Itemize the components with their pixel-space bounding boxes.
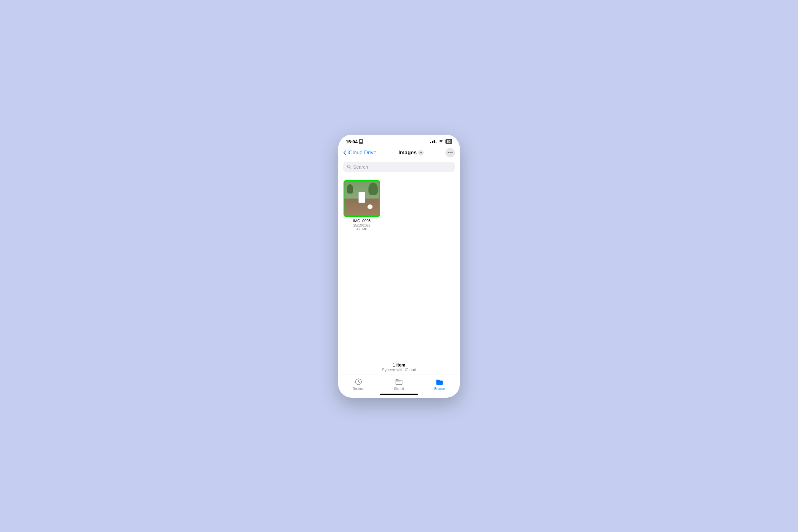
- home-indicator: [338, 392, 460, 398]
- file-grid: IMG_0095 25/10/2022 4.6 MB: [343, 180, 455, 231]
- tab-shared-label: Shared: [394, 387, 404, 391]
- svg-point-2: [448, 152, 449, 153]
- home-bar: [380, 394, 418, 395]
- svg-rect-0: [360, 140, 362, 142]
- recents-icon: [354, 377, 363, 386]
- search-container: Search: [338, 160, 460, 175]
- tab-shared[interactable]: Shared: [379, 377, 419, 391]
- navigation-bar: iCloud Drive Images: [338, 146, 460, 160]
- status-notification-icon: [359, 139, 363, 144]
- browse-icon: [435, 377, 444, 386]
- status-bar: 15:04 83: [338, 135, 460, 146]
- time-display: 15:04: [346, 139, 358, 144]
- svg-point-5: [347, 165, 350, 168]
- phone-frame: 15:04 83: [338, 135, 460, 398]
- file-item[interactable]: IMG_0095 25/10/2022 4.6 MB: [343, 180, 381, 231]
- file-size: 4.6 MB: [357, 227, 367, 231]
- more-options-button[interactable]: [445, 148, 455, 157]
- back-label: iCloud Drive: [347, 150, 377, 156]
- tab-bar: Recents Shared: [338, 375, 460, 392]
- battery-indicator: 83: [445, 139, 452, 144]
- search-placeholder: Search: [353, 164, 368, 170]
- shared-icon: [395, 377, 403, 386]
- status-right-icons: 83: [430, 139, 452, 144]
- content-area: IMG_0095 25/10/2022 4.6 MB: [338, 175, 460, 360]
- tab-recents-label: Recents: [353, 387, 364, 391]
- svg-point-4: [451, 152, 453, 153]
- tab-browse[interactable]: Browse: [419, 377, 460, 391]
- back-button[interactable]: iCloud Drive: [343, 150, 377, 156]
- footer-info: 1 item Synced with iCloud: [338, 360, 460, 375]
- svg-point-3: [450, 152, 451, 153]
- file-name: IMG_0095: [353, 219, 370, 223]
- item-count: 1 item: [393, 362, 405, 367]
- file-thumbnail-wrapper: [343, 180, 380, 217]
- search-icon: [347, 165, 351, 169]
- file-date: 25/10/2022: [353, 224, 370, 227]
- page-title: Images: [398, 150, 424, 156]
- file-thumbnail: [344, 181, 379, 216]
- title-text: Images: [398, 150, 417, 156]
- wifi-icon: [439, 140, 443, 144]
- chevron-down-icon[interactable]: [418, 150, 424, 155]
- status-time: 15:04: [346, 139, 363, 144]
- sync-status: Synced with iCloud: [382, 367, 416, 372]
- svg-rect-10: [436, 381, 443, 385]
- signal-icon: [430, 140, 437, 143]
- svg-rect-1: [361, 142, 361, 143]
- battery-level: 83: [447, 140, 451, 144]
- search-bar[interactable]: Search: [343, 162, 455, 172]
- tab-recents[interactable]: Recents: [338, 377, 379, 391]
- tab-browse-label: Browse: [434, 387, 444, 391]
